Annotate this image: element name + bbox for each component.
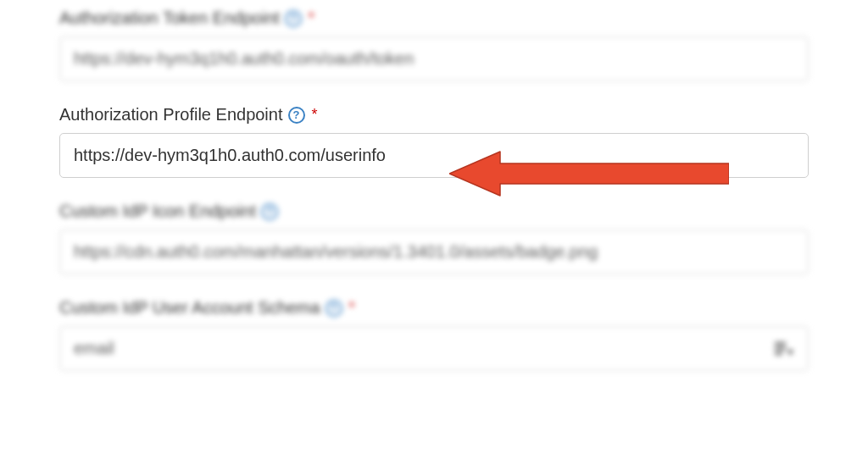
field-token-endpoint: Authorization Token Endpoint ? * [59, 8, 809, 81]
help-icon[interactable]: ? [261, 203, 278, 220]
field-label-row: Authorization Profile Endpoint ? * [59, 105, 809, 125]
selector-icon[interactable] [775, 340, 793, 357]
help-icon[interactable]: ? [285, 10, 302, 27]
field-user-schema: Custom IdP User Account Schema ? * [59, 298, 809, 371]
field-label-row: Custom IdP Icon Endpoint ? [59, 202, 809, 221]
field-label: Custom IdP User Account Schema [59, 298, 320, 318]
input-with-icon [59, 326, 809, 371]
required-indicator: * [349, 299, 355, 317]
field-label: Authorization Profile Endpoint [59, 105, 283, 125]
required-indicator: * [309, 9, 314, 27]
form-container: Authorization Token Endpoint ? * Authori… [0, 0, 868, 454]
help-icon[interactable]: ? [326, 300, 342, 317]
field-label: Authorization Token Endpoint [59, 8, 280, 28]
required-indicator: * [312, 106, 318, 124]
field-label: Custom IdP Icon Endpoint [59, 202, 256, 221]
svg-rect-1 [775, 347, 786, 350]
svg-rect-2 [775, 352, 782, 355]
icon-endpoint-input[interactable] [59, 230, 809, 274]
user-schema-input[interactable] [59, 326, 809, 371]
help-icon[interactable]: ? [288, 107, 305, 124]
token-endpoint-input[interactable] [59, 36, 809, 81]
svg-rect-0 [775, 342, 786, 345]
field-label-row: Custom IdP User Account Schema ? * [59, 298, 809, 318]
field-label-row: Authorization Token Endpoint ? * [59, 8, 809, 28]
field-profile-endpoint: Authorization Profile Endpoint ? * [59, 105, 809, 178]
field-icon-endpoint: Custom IdP Icon Endpoint ? [59, 202, 809, 274]
profile-endpoint-input[interactable] [59, 133, 809, 178]
